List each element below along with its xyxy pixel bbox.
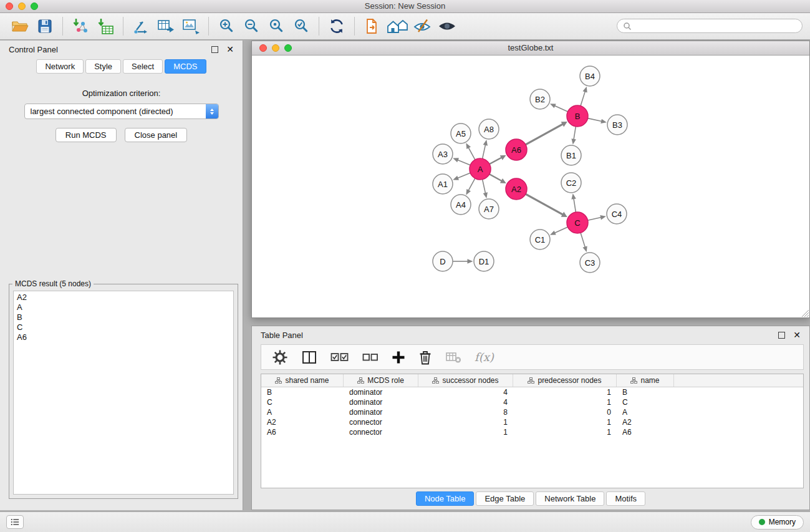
network-edge-A-A2[interactable] [489,174,506,183]
float-panel-icon[interactable] [211,46,218,53]
network-node-B4[interactable]: B4 [580,66,600,86]
export-table-button[interactable] [153,14,178,38]
network-close-button[interactable] [259,44,267,52]
network-edge-B-B1[interactable] [571,127,576,145]
network-node-A3[interactable]: A3 [433,144,453,164]
show-hide-panels-button[interactable] [435,14,460,38]
network-node-C[interactable]: C [567,212,588,233]
table-row-a6[interactable]: A6connector11A6 [261,427,803,437]
control-panel-tab-network[interactable]: Network [36,59,84,74]
network-edge-C-C3[interactable] [581,233,587,252]
column-header-successor-nodes[interactable]: successor nodes [418,374,513,387]
mcds-result-item-a[interactable]: A [17,302,230,312]
table-tab-node-table[interactable]: Node Table [416,491,475,506]
network-edge-A-A1[interactable] [453,173,470,180]
network-edge-A-A5[interactable] [466,143,475,160]
create-column-button[interactable] [392,351,405,364]
zoom-out-button[interactable] [239,14,264,38]
import-network-button[interactable] [68,14,93,38]
network-edge-A2-C[interactable] [526,194,567,217]
network-edge-A6-B[interactable] [526,122,567,145]
network-node-A6[interactable]: A6 [506,139,527,160]
control-panel-tab-mcds[interactable]: MCDS [165,59,206,74]
network-node-A4[interactable]: A4 [451,195,471,215]
network-edge-C-C1[interactable] [550,227,568,235]
zoom-in-button[interactable] [214,14,239,38]
function-builder-button[interactable]: f(x) [475,351,494,364]
network-node-D[interactable]: D [433,251,453,271]
close-panel-button[interactable]: Close panel [125,128,188,142]
network-edge-A-A3[interactable] [453,158,470,165]
network-node-A8[interactable]: A8 [479,119,499,139]
network-minimize-button[interactable] [272,44,279,52]
import-table-button[interactable] [93,14,118,38]
network-node-A5[interactable]: A5 [451,123,471,143]
memory-button[interactable]: Memory [751,515,804,530]
zoom-fit-button[interactable] [289,14,314,38]
network-edge-A-A7[interactable] [483,180,488,198]
run-mcds-button[interactable]: Run MCDS [55,128,117,142]
network-node-A2[interactable]: A2 [506,178,527,200]
table-row-a[interactable]: Adominator80A [261,407,803,417]
network-edge-B-B3[interactable] [588,118,607,123]
network-node-B1[interactable]: B1 [561,145,581,165]
network-edge-A-A8[interactable] [483,140,488,158]
minimize-window-button[interactable] [18,2,26,10]
table-options-button[interactable] [272,349,288,365]
network-node-A7[interactable]: A7 [479,199,499,219]
table-row-b[interactable]: Bdominator41B [261,387,803,397]
mcds-result-item-a6[interactable]: A6 [17,332,230,342]
column-header-predecessor-nodes[interactable]: predecessor nodes [513,374,617,387]
table-row-a2[interactable]: A2connector11A2 [261,417,803,427]
home-button[interactable] [385,14,410,38]
delete-column-button[interactable] [418,350,432,365]
select-all-button[interactable] [330,352,349,363]
table-tab-motifs[interactable]: Motifs [606,491,645,506]
table-row-c[interactable]: Cdominator41C [261,397,803,407]
table-tab-edge-table[interactable]: Edge Table [476,491,534,506]
column-header-name[interactable]: name [617,374,674,387]
network-zoom-button[interactable] [284,44,292,52]
network-edge-C-C2[interactable] [571,193,576,212]
toggle-graphics-details-button[interactable] [410,14,435,38]
network-edge-A-A4[interactable] [466,178,475,195]
close-window-button[interactable] [6,2,13,10]
mcds-result-item-a2[interactable]: A2 [17,293,230,302]
mcds-result-item-b[interactable]: B [17,312,230,322]
column-header-shared-name[interactable]: shared name [261,374,344,387]
control-panel-tab-select[interactable]: Select [123,59,163,74]
export-image-button[interactable] [178,14,203,38]
network-node-C3[interactable]: C3 [580,253,600,273]
control-panel-tab-style[interactable]: Style [85,59,121,74]
resize-grip-icon[interactable] [801,309,809,317]
fullscreen-window-button[interactable] [31,2,38,10]
criterion-dropdown[interactable]: largest connected component (directed) [24,104,219,119]
network-node-C2[interactable]: C2 [561,173,581,193]
network-node-D1[interactable]: D1 [474,251,494,271]
network-node-B[interactable]: B [567,105,588,127]
close-panel-icon[interactable]: ✕ [226,45,234,54]
network-node-A1[interactable]: A1 [433,174,453,194]
float-table-panel-icon[interactable] [778,332,785,339]
save-session-button[interactable] [32,14,57,38]
network-canvas[interactable]: B4B2BB3A8A5A6A3B1AC2A1A2A4A7C4CC1C3DD1 [252,56,809,317]
refresh-view-button[interactable] [324,14,349,38]
task-history-button[interactable] [6,515,24,529]
network-node-A[interactable]: A [470,158,491,180]
deselect-all-button[interactable] [362,352,378,362]
network-node-B2[interactable]: B2 [530,89,550,109]
network-node-C4[interactable]: C4 [607,204,627,224]
network-edge-D-D1[interactable] [453,259,473,264]
clear-table-button[interactable] [445,351,461,364]
network-node-B3[interactable]: B3 [607,115,627,135]
zoom-selected-button[interactable] [264,14,289,38]
show-columns-button[interactable] [301,350,317,365]
network-node-C1[interactable]: C1 [530,230,550,249]
mcds-result-item-c[interactable]: C [17,322,230,332]
network-edge-B-B2[interactable] [550,104,568,112]
network-edge-B-B4[interactable] [581,87,587,106]
network-edge-A-A6[interactable] [489,155,506,164]
open-document-button[interactable] [360,14,385,38]
close-table-panel-icon[interactable]: ✕ [793,331,801,339]
export-network-button[interactable] [128,14,153,38]
